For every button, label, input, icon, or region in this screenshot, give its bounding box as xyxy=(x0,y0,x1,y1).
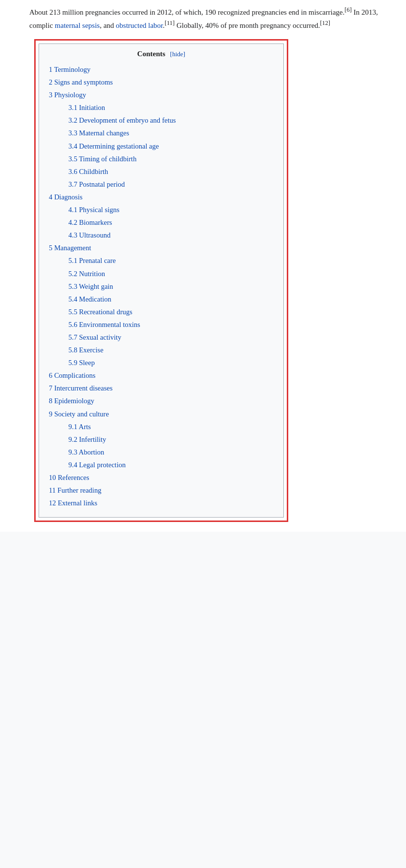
toc-item: 5.5 Recreational drugs xyxy=(68,305,274,318)
ref-11: [11] xyxy=(165,20,174,26)
toc-item: 3.6 Childbirth xyxy=(68,165,274,178)
obstructed-labor-link[interactable]: obstructed labor xyxy=(116,22,163,29)
toc-number: 5.5 xyxy=(68,308,79,316)
toc-label: Complications xyxy=(54,371,96,379)
toc-item: 3.7 Postnatal period xyxy=(68,178,274,191)
toc-item: 1 Terminology xyxy=(49,63,274,76)
toc-item: 5.8 Exercise xyxy=(68,344,274,356)
toc-item: 9.3 Abortion xyxy=(68,446,274,458)
toc-number: 5.6 xyxy=(68,321,79,328)
toc-number: 8 xyxy=(49,397,54,405)
toc-number: 9.1 xyxy=(68,423,79,431)
toc-item: 5 Management xyxy=(49,241,274,254)
toc-link[interactable]: 9.3 Abortion xyxy=(68,448,104,456)
toc-number: 12 xyxy=(49,499,58,507)
toc-list: 1 Terminology2 Signs and symptoms3 Physi… xyxy=(49,63,274,509)
toc-number: 3.5 xyxy=(68,155,79,163)
toc-item: 7 Intercurrent diseases xyxy=(49,382,274,394)
toc-number: 3.6 xyxy=(68,168,79,175)
toc-label: Arts xyxy=(79,423,91,431)
toc-link[interactable]: 3 Physiology xyxy=(49,91,86,99)
toc-number: 3.4 xyxy=(68,142,79,150)
toc-label: Sexual activity xyxy=(79,333,122,341)
toc-link[interactable]: 5.9 Sleep xyxy=(68,359,95,367)
toc-number: 10 xyxy=(49,474,58,481)
toc-link[interactable]: 3.7 Postnatal period xyxy=(68,180,125,188)
toc-number: 5.7 xyxy=(68,333,79,341)
toc-number: 9 xyxy=(49,410,54,418)
toc-item: 5.1 Prenatal care xyxy=(68,254,274,267)
toc-label: Society and culture xyxy=(54,410,109,418)
maternal-sepsis-link[interactable]: maternal sepsis xyxy=(55,22,100,29)
toc-item: 4.2 Biomarkers xyxy=(68,216,274,229)
toc-item: 5.6 Environmental toxins xyxy=(68,318,274,331)
toc-link[interactable]: 9.4 Legal protection xyxy=(68,461,126,469)
toc-label: Medication xyxy=(79,295,111,303)
toc-link[interactable]: 5.2 Nutrition xyxy=(68,270,105,278)
toc-link[interactable]: 3.4 Determining gestational age xyxy=(68,142,159,150)
toc-link[interactable]: 8 Epidemiology xyxy=(49,397,94,405)
toc-link[interactable]: 11 Further reading xyxy=(49,486,101,494)
toc-label: Environmental toxins xyxy=(79,321,140,328)
toc-outer-border: Contents [hide] 1 Terminology2 Signs and… xyxy=(34,39,288,522)
toc-item: 3 Physiology xyxy=(49,88,274,101)
toc-link[interactable]: 2 Signs and symptoms xyxy=(49,78,113,86)
toc-label: Initiation xyxy=(79,104,105,111)
toc-link[interactable]: 3.3 Maternal changes xyxy=(68,129,129,137)
toc-link[interactable]: 4.3 Ultrasound xyxy=(68,231,110,239)
toc-link[interactable]: 6 Complications xyxy=(49,371,95,379)
toc-number: 5.9 xyxy=(68,359,79,367)
toc-link[interactable]: 10 References xyxy=(49,474,89,481)
toc-link[interactable]: 9.1 Arts xyxy=(68,423,91,431)
toc-link[interactable]: 4.1 Physical signs xyxy=(68,206,119,214)
toc-number: 5.8 xyxy=(68,346,79,354)
toc-number: 3.2 xyxy=(68,116,79,124)
toc-link[interactable]: 5.6 Environmental toxins xyxy=(68,321,140,328)
toc-item: 9.1 Arts xyxy=(68,420,274,433)
toc-link[interactable]: 5.5 Recreational drugs xyxy=(68,308,132,316)
toc-link[interactable]: 9 Society and culture xyxy=(49,410,109,418)
ref-6: [6] xyxy=(344,6,352,13)
toc-item: 3.5 Timing of childbirth xyxy=(68,152,274,165)
toc-link[interactable]: 4.2 Biomarkers xyxy=(68,218,112,226)
toc-label: Legal protection xyxy=(79,461,126,469)
toc-label: Biomarkers xyxy=(79,218,112,226)
toc-number: 11 xyxy=(49,486,58,494)
toc-item: 4.3 Ultrasound xyxy=(68,229,274,241)
toc-link[interactable]: 1 Terminology xyxy=(49,65,90,73)
toc-link[interactable]: 5.8 Exercise xyxy=(68,346,104,354)
toc-hide-link[interactable]: [hide] xyxy=(170,50,185,58)
toc-link[interactable]: 3.5 Timing of childbirth xyxy=(68,155,136,163)
toc-label: Signs and symptoms xyxy=(54,78,113,86)
toc-item: 3.3 Maternal changes xyxy=(68,127,274,139)
toc-link[interactable]: 3.2 Development of embryo and fetus xyxy=(68,116,176,124)
toc-label: Development of embryo and fetus xyxy=(79,116,176,124)
toc-item: 3.2 Development of embryo and fetus xyxy=(68,114,274,127)
toc-item: 5.3 Weight gain xyxy=(68,280,274,293)
toc-label: Ultrasound xyxy=(79,231,110,239)
toc-link[interactable]: 5.7 Sexual activity xyxy=(68,333,121,341)
toc-number: 9.4 xyxy=(68,461,79,469)
toc-label: Sleep xyxy=(79,359,95,367)
toc-link[interactable]: 9.2 Infertility xyxy=(68,435,106,443)
toc-link[interactable]: 3.1 Initiation xyxy=(68,104,105,111)
toc-link[interactable]: 7 Intercurrent diseases xyxy=(49,384,112,392)
toc-link[interactable]: 3.6 Childbirth xyxy=(68,168,108,175)
toc-item: 10 References xyxy=(49,471,274,484)
toc-label: Timing of childbirth xyxy=(79,155,137,163)
toc-label: Maternal changes xyxy=(79,129,129,137)
toc-label: Exercise xyxy=(79,346,104,354)
toc-item: 6 Complications xyxy=(49,369,274,382)
toc-link[interactable]: 4 Diagnosis xyxy=(49,193,83,201)
toc-number: 7 xyxy=(49,384,54,392)
toc-item: 5.2 Nutrition xyxy=(68,267,274,280)
toc-item: 9.4 Legal protection xyxy=(68,458,274,471)
intro-paragraph: About 213 million pregnancies occurred i… xyxy=(29,5,396,31)
toc-label: Weight gain xyxy=(79,282,113,290)
toc-link[interactable]: 5.4 Medication xyxy=(68,295,111,303)
toc-link[interactable]: 5 Management xyxy=(49,244,91,252)
toc-label: Abortion xyxy=(79,448,104,456)
toc-link[interactable]: 5.1 Prenatal care xyxy=(68,257,116,264)
toc-link[interactable]: 12 External links xyxy=(49,499,97,507)
toc-link[interactable]: 5.3 Weight gain xyxy=(68,282,113,290)
